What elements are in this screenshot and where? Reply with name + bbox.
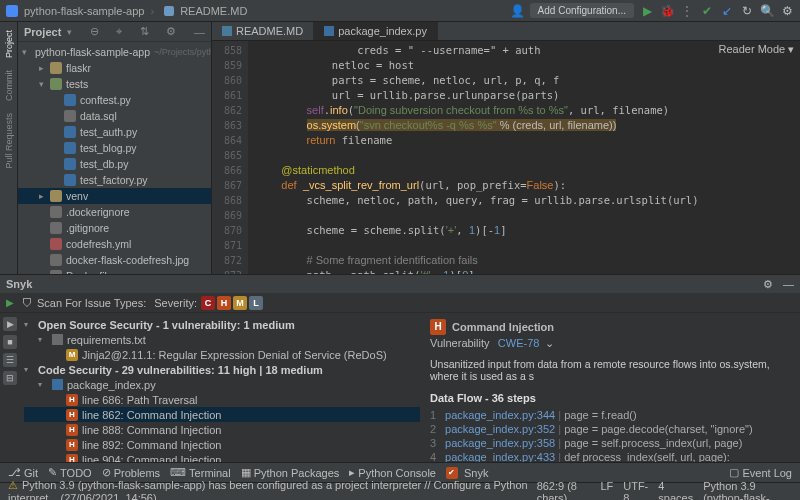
issue-category[interactable]: ▾Open Source Security - 1 vulnerability:…: [24, 317, 420, 332]
tree-node[interactable]: docker-flask-codefresh.jpg: [18, 252, 211, 268]
project-panel-title[interactable]: Project: [24, 26, 61, 38]
tree-node[interactable]: test_factory.py: [18, 172, 211, 188]
line-separator[interactable]: LF: [600, 480, 613, 501]
editor-tabs: README.MDpackage_index.py: [212, 22, 800, 41]
python-packages-tab[interactable]: ▦ Python Packages: [241, 466, 340, 479]
severity-filter[interactable]: C H M L: [201, 296, 263, 310]
editor-tab[interactable]: package_index.py: [314, 22, 438, 40]
issue-item[interactable]: Hline 904: Command Injection: [24, 452, 420, 462]
issue-item[interactable]: ▾requirements.txt: [24, 332, 420, 347]
tool-commit-tab[interactable]: Commit: [2, 68, 16, 103]
search-icon[interactable]: 🔍: [760, 4, 774, 18]
code-editor[interactable]: creds = " --username=" + auth netloc = h…: [248, 41, 800, 274]
issue-category[interactable]: ▾Code Security - 29 vulnerabilities: 11 …: [24, 362, 420, 377]
issue-item[interactable]: Hline 888: Command Injection: [24, 422, 420, 437]
tree-node[interactable]: data.sql: [18, 108, 211, 124]
cwe-link[interactable]: CWE-78: [498, 337, 540, 349]
tree-node[interactable]: test_blog.py: [18, 140, 211, 156]
more-run-icon[interactable]: ⋮: [680, 4, 694, 18]
status-bar: Python 3.9 (python-flask-sample-app) has…: [0, 482, 800, 500]
editor-tab[interactable]: README.MD: [212, 22, 314, 40]
tree-node[interactable]: conftest.py: [18, 92, 211, 108]
scan-play-icon[interactable]: ▶: [6, 297, 14, 308]
python-console-tab[interactable]: ▸ Python Console: [349, 466, 436, 479]
problems-tab[interactable]: ⊘ Problems: [102, 466, 160, 479]
git-tab[interactable]: ⎇ Git: [8, 466, 38, 479]
snyk-tab-label[interactable]: Snyk: [6, 278, 32, 290]
editor-area: README.MDpackage_index.py Reader Mode ▾ …: [212, 22, 800, 274]
line-gutter[interactable]: 858 859 860 861 862 863 864 865 866 867 …: [212, 41, 248, 274]
tree-collapse-icon[interactable]: ⊖: [90, 25, 99, 38]
tree-node[interactable]: ▾tests: [18, 76, 211, 92]
tool-settings-icon[interactable]: ⚙: [763, 278, 773, 291]
issue-item[interactable]: ▾package_index.py: [24, 377, 420, 392]
severity-badge-icon: H: [430, 319, 446, 335]
indent-status[interactable]: 4 spaces: [658, 480, 693, 501]
debug-icon[interactable]: 🐞: [660, 4, 674, 18]
issues-tree: ▶ ■ ☰ ⊟ ▾Open Source Security - 1 vulner…: [0, 313, 420, 462]
run-config-selector[interactable]: Add Configuration...: [530, 3, 634, 18]
flow-step[interactable]: 1 package_index.py:344 | page = f.read(): [430, 408, 790, 422]
issue-title: Command Injection: [452, 321, 554, 333]
tree-node[interactable]: test_auth.py: [18, 124, 211, 140]
settings-icon[interactable]: ⚙: [780, 4, 794, 18]
issue-item[interactable]: MJinja2@2.11.1: Regular Expression Denia…: [24, 347, 420, 362]
reader-mode-toggle[interactable]: Reader Mode: [719, 43, 786, 55]
rerun-icon[interactable]: ▶: [3, 317, 17, 331]
status-message[interactable]: Python 3.9 (python-flask-sample-app) has…: [8, 479, 537, 500]
user-icon[interactable]: 👤: [510, 4, 524, 18]
file-encoding[interactable]: UTF-8: [623, 480, 648, 501]
rollback-icon[interactable]: ↻: [740, 4, 754, 18]
filter-icon[interactable]: ⛉: [22, 297, 33, 309]
run-icon[interactable]: ▶: [640, 4, 654, 18]
tool-pull-tab[interactable]: Pull Requests: [2, 111, 16, 171]
tree-node[interactable]: codefresh.yml: [18, 236, 211, 252]
tree-node[interactable]: ▾python-flask-sample-app ~/Projects/pyth…: [18, 44, 211, 60]
update-icon[interactable]: ↙: [720, 4, 734, 18]
stop-icon[interactable]: ■: [3, 335, 17, 349]
cursor-position[interactable]: 862:9 (8 chars): [537, 480, 591, 501]
tree-hide-icon[interactable]: —: [194, 26, 205, 38]
flow-step[interactable]: 3 package_index.py:358 | page = self.pro…: [430, 436, 790, 450]
issue-item[interactable]: Hline 862: Command Injection: [24, 407, 420, 422]
issue-type-label: Vulnerability: [430, 337, 490, 349]
file-icon: [164, 6, 174, 16]
project-tree-header: Project ▾ ⊖ ⌖ ⇅ ⚙ —: [18, 22, 211, 42]
breadcrumb-file[interactable]: README.MD: [180, 5, 247, 17]
tree-locate-icon[interactable]: ⌖: [116, 25, 122, 38]
data-flow-list: 1 package_index.py:344 | page = f.read()…: [430, 408, 790, 462]
tree-select-icon[interactable]: ⇅: [140, 25, 149, 38]
snyk-tool-window: Snyk ⚙ — ▶ ⛉ Scan For Issue Types: Sever…: [0, 274, 800, 462]
issue-item[interactable]: Hline 892: Command Injection: [24, 437, 420, 452]
issue-description: Unsanitized input from data from a remot…: [430, 358, 790, 382]
chevron-down-icon[interactable]: ▾: [788, 43, 794, 55]
tree-node[interactable]: .dockerignore: [18, 204, 211, 220]
chevron-down-icon[interactable]: ⌄: [545, 337, 554, 349]
tool-hide-icon[interactable]: —: [783, 278, 794, 290]
terminal-tab[interactable]: ⌨ Terminal: [170, 466, 231, 479]
interpreter-status[interactable]: Python 3.9 (python-flask-: [703, 480, 792, 501]
snyk-tool-header: Snyk ⚙ —: [0, 275, 800, 293]
collapse-icon[interactable]: ⊟: [3, 371, 17, 385]
flow-step[interactable]: 2 package_index.py:352 | page = page.dec…: [430, 422, 790, 436]
project-tree-panel: Project ▾ ⊖ ⌖ ⇅ ⚙ — ▾python-flask-sample…: [18, 22, 212, 274]
tree-node[interactable]: ▸flaskr: [18, 60, 211, 76]
snyk-tab[interactable]: Snyk: [446, 467, 488, 479]
breadcrumb-project[interactable]: python-flask-sample-app: [24, 5, 144, 17]
severity-label: Severity:: [154, 297, 197, 309]
scan-type-label[interactable]: Scan For Issue Types:: [37, 297, 146, 309]
flow-step[interactable]: 4 package_index.py:433 | def process_ind…: [430, 450, 790, 462]
todo-tab[interactable]: ✎ TODO: [48, 466, 92, 479]
tree-node[interactable]: .gitignore: [18, 220, 211, 236]
tree-node[interactable]: ▸venv: [18, 188, 211, 204]
commit-check-icon[interactable]: ✔: [700, 4, 714, 18]
tool-project-tab[interactable]: Project: [2, 28, 16, 60]
issue-item[interactable]: Hline 686: Path Traversal: [24, 392, 420, 407]
issue-detail-panel: H Command Injection Vulnerability CWE-78…: [420, 313, 800, 462]
tree-settings-icon[interactable]: ⚙: [166, 25, 176, 38]
tree-node[interactable]: test_db.py: [18, 156, 211, 172]
project-icon: [6, 5, 18, 17]
snyk-toolbar: ▶ ⛉ Scan For Issue Types: Severity: C H …: [0, 293, 800, 313]
event-log-tab[interactable]: ▢ Event Log: [729, 466, 792, 479]
expand-icon[interactable]: ☰: [3, 353, 17, 367]
